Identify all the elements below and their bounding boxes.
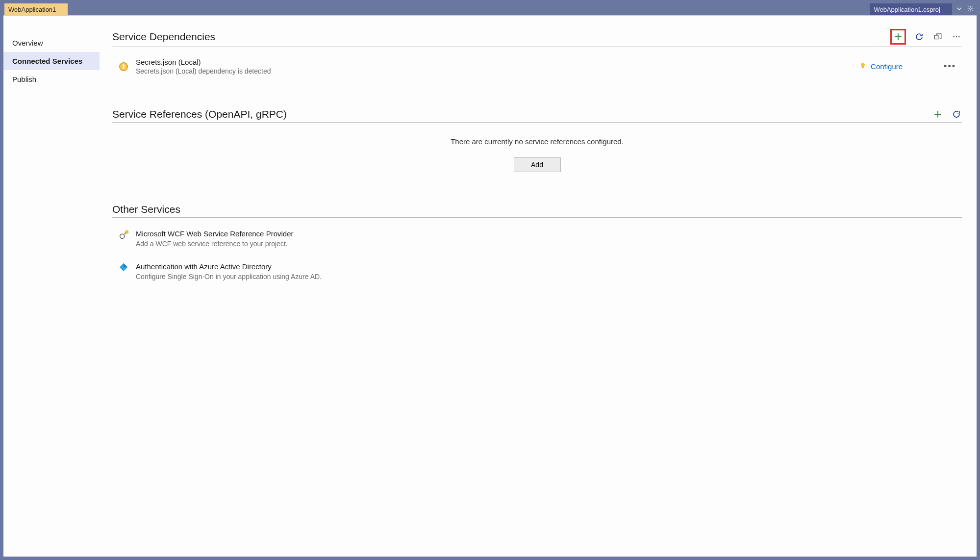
add-dependency-highlight (890, 29, 906, 45)
dependency-row-secrets[interactable]: Secrets.json (Local) Secrets.json (Local… (112, 56, 962, 77)
section-service-dependencies: Service Dependencies (112, 29, 962, 77)
refresh-dependencies-button[interactable] (914, 31, 925, 42)
svg-rect-9 (126, 231, 128, 233)
dependency-description: Secrets.json (Local) dependency is detec… (136, 67, 852, 75)
other-service-title: Microsoft WCF Web Service Reference Prov… (136, 229, 293, 238)
tab-webapplication1[interactable]: WebApplication1 (4, 3, 68, 15)
secrets-icon (118, 61, 129, 72)
configure-link[interactable]: Configure (871, 62, 903, 71)
svg-point-4 (958, 36, 960, 38)
restore-dependencies-button[interactable] (932, 31, 943, 42)
svg-rect-1 (934, 35, 938, 39)
svg-point-6 (123, 64, 125, 66)
svg-rect-7 (862, 67, 864, 68)
sidebar: Overview Connected Services Publish (3, 16, 100, 557)
other-service-wcf[interactable]: Microsoft WCF Web Service Reference Prov… (112, 227, 962, 251)
dependency-title: Secrets.json (Local) (136, 58, 852, 66)
references-empty-message: There are currently no service reference… (112, 137, 962, 146)
sidebar-item-connected-services[interactable]: Connected Services (3, 52, 100, 70)
lightbulb-icon (859, 62, 867, 71)
section-other-services: Other Services Microsoft WCF Web Service… (112, 204, 962, 283)
sidebar-item-overview[interactable]: Overview (3, 34, 100, 52)
chevron-down-icon[interactable] (956, 5, 962, 13)
add-reference-center-button[interactable]: Add (514, 157, 561, 172)
other-service-aad[interactable]: Authentication with Azure Active Directo… (112, 259, 962, 283)
svg-point-8 (120, 234, 125, 238)
tab-bar: WebApplication1 WebApplication1.csproj (3, 3, 977, 15)
azure-ad-icon (118, 262, 129, 273)
section-service-references: Service References (OpenAPI, gRPC) There… (112, 108, 962, 172)
content: Service Dependencies (100, 16, 977, 557)
tab-label: WebApplication1 (8, 6, 56, 13)
sidebar-item-publish[interactable]: Publish (3, 70, 100, 88)
other-service-description: Add a WCF web service reference to your … (136, 240, 293, 248)
add-reference-button[interactable] (932, 109, 943, 120)
tab-csproj[interactable]: WebApplication1.csproj (870, 3, 952, 15)
tab-label: WebApplication1.csproj (874, 6, 940, 13)
workspace: Overview Connected Services Publish Serv… (3, 15, 977, 557)
refresh-references-button[interactable] (951, 109, 962, 120)
section-title: Other Services (112, 204, 180, 215)
gear-icon[interactable] (967, 5, 974, 13)
other-service-title: Authentication with Azure Active Directo… (136, 262, 322, 271)
dependency-row-more-button[interactable]: ••• (941, 61, 959, 72)
section-title: Service References (OpenAPI, gRPC) (112, 108, 287, 120)
add-dependency-button[interactable] (893, 31, 904, 42)
section-title: Service Dependencies (112, 31, 215, 43)
other-service-description: Configure Single Sign-On in your applica… (136, 273, 322, 280)
svg-point-3 (956, 36, 957, 38)
wcf-icon (118, 229, 129, 240)
svg-point-2 (953, 36, 955, 38)
more-dependencies-button[interactable] (951, 31, 962, 42)
svg-point-0 (970, 8, 972, 10)
